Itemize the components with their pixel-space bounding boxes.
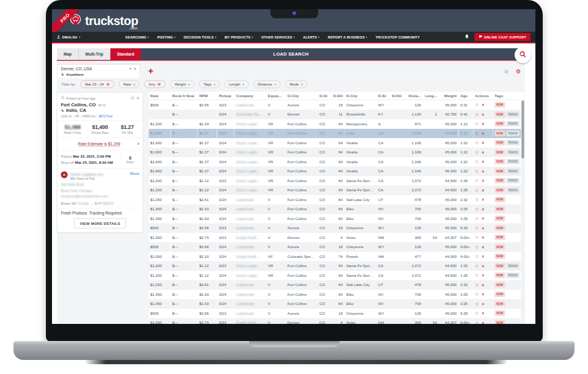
column-header-rpm[interactable]: RPM: [198, 92, 217, 100]
nav-item-decision-tools[interactable]: DECISION TOOLS▾: [184, 35, 216, 39]
favorite-star-icon[interactable]: ☆: [475, 263, 478, 268]
favorite-star-icon[interactable]: ☆: [475, 301, 478, 306]
tab-multi-trip[interactable]: Multi-Trip: [79, 48, 111, 60]
nav-item-report-a-business[interactable]: REPORT A BUSINESS▾: [328, 35, 367, 39]
column-header-dist[interactable]: Dista...: [403, 92, 423, 100]
favorite-star-icon[interactable]: ☆: [475, 254, 478, 258]
nav-item-searching[interactable]: SEARCHING▾: [125, 35, 149, 39]
tag-now[interactable]: NOW: [494, 197, 505, 202]
tab-map[interactable]: Map: [57, 48, 79, 60]
column-header-odh[interactable]: O-DH: [331, 92, 344, 100]
remove-load-icon[interactable]: ×: [482, 235, 485, 240]
vertical-scrollbar[interactable]: [521, 100, 525, 324]
remove-load-icon[interactable]: ×: [482, 301, 485, 306]
filter-pill-mode[interactable]: Mode▾: [285, 81, 307, 89]
favorite-star-icon[interactable]: ☆: [475, 273, 478, 277]
tag-now[interactable]: NOW: [494, 263, 505, 269]
search-button[interactable]: [515, 47, 531, 64]
tag-now[interactable]: NOW: [494, 216, 505, 221]
filter-pill-mar-23-24[interactable]: Mar 23 - 24⊗: [81, 81, 114, 89]
filter-pill-any[interactable]: Any⊗: [144, 81, 166, 89]
remove-load-icon[interactable]: ×: [482, 112, 485, 117]
load-row[interactable]: $1,350$—$1.933/24LoadsmartVFort CollinsC…: [149, 299, 521, 309]
remove-load-icon[interactable]: ×: [482, 169, 485, 174]
favorite-star-icon[interactable]: ☆: [475, 235, 478, 240]
favorite-star-icon[interactable]: ☆: [475, 216, 478, 221]
tag-track[interactable]: TRACK: [506, 112, 519, 117]
tag-now[interactable]: NOW: [494, 254, 505, 259]
remove-load-icon[interactable]: ×: [482, 226, 485, 230]
load-row[interactable]: $500$—$3.963/23LoadsmartVAuroraCO18Cheye…: [149, 223, 521, 233]
remove-load-icon[interactable]: ×: [482, 188, 485, 193]
remove-load-icon[interactable]: ×: [482, 273, 485, 278]
column-header-ddh[interactable]: D-DH: [390, 92, 403, 100]
remove-load-icon[interactable]: ×: [482, 131, 485, 136]
load-row[interactable]: $1,200$—$1.123/24Circle Logist...VRFort …: [149, 185, 521, 195]
remove-load-icon[interactable]: ×: [482, 216, 485, 221]
column-header-dcity[interactable]: D-City: [344, 92, 376, 100]
favorite-star-icon[interactable]: ☆: [475, 121, 478, 126]
favorite-star-icon[interactable]: ☆: [475, 292, 478, 296]
column-header-rate[interactable]: Rate: [149, 92, 171, 100]
load-row[interactable]: $1,200$—$1.123/24Circle Logist...VRFort …: [149, 271, 521, 280]
filter-pill-weight[interactable]: Weight▾: [170, 81, 195, 89]
load-row[interactable]: $1,600$—$1.373/24Circle Logist...VRFort …: [149, 157, 521, 167]
load-row[interactable]: $1,200$—$1.123/23Circle Logist...VRFort …: [149, 176, 521, 186]
favorite-star-icon[interactable]: ☆: [475, 112, 478, 117]
column-header-actions[interactable]: Actions: [473, 92, 493, 100]
favorite-star-icon[interactable]: ☆: [475, 207, 478, 211]
tag-track[interactable]: TRACK: [506, 150, 519, 155]
vertical-scrollbar-thumb[interactable]: [522, 101, 524, 159]
favorite-star-icon[interactable]: ☆: [475, 102, 478, 107]
load-row[interactable]: $1,350$—$1.933/24LoadsmartVFort CollinsC…: [149, 204, 521, 214]
gear-icon[interactable]: ⚙: [516, 68, 521, 75]
nav-item-truckstop-community[interactable]: TRUCKSTOP COMMUNITY: [376, 35, 420, 39]
column-header-company[interactable]: Company: [234, 92, 266, 100]
tag-track[interactable]: TRACK: [506, 188, 519, 193]
column-header-pickup[interactable]: Pickup: [217, 92, 234, 100]
load-row[interactable]: $1,400$—$1.273/23Circle Logist...VRFort …: [149, 128, 521, 138]
filter-pill-tags[interactable]: Tags▾: [199, 81, 220, 89]
tag-track[interactable]: TRACK: [506, 263, 519, 269]
favorite-star-icon[interactable]: ☆: [475, 320, 478, 324]
column-header-ocity[interactable]: O-City: [286, 92, 318, 100]
tag-now[interactable]: NOW: [494, 178, 505, 183]
load-row[interactable]: $1,200$—$1.123/23Circle Logist...VRFort …: [149, 261, 521, 271]
favorite-star-icon[interactable]: ☆: [475, 159, 478, 164]
column-header-ost[interactable]: O-St: [318, 92, 331, 100]
column-header-book[interactable]: Book It Now: [171, 92, 198, 100]
remove-load-icon[interactable]: ×: [482, 292, 485, 297]
tab-standard[interactable]: Standard: [110, 48, 141, 60]
tag-now[interactable]: NOW: [494, 102, 505, 108]
load-row[interactable]: $500$—$3.963/23LoadsmartVAuroraCO18Cheye…: [149, 100, 521, 110]
tag-track[interactable]: TRACK: [506, 273, 519, 278]
nav-item-my-products[interactable]: MY PRODUCTS▾: [225, 35, 253, 39]
favorite-star-icon[interactable]: ☆: [475, 282, 478, 287]
load-row[interactable]: $1,350$—$1.933/24LoadsmartVFort CollinsC…: [149, 290, 521, 299]
tag-now[interactable]: NOW: [494, 292, 505, 297]
load-row[interactable]: $1,350$—$1.933/24LoadsmartVFort CollinsC…: [149, 214, 521, 224]
filter-pill-distance[interactable]: Distance▾: [253, 81, 281, 89]
remove-load-icon[interactable]: ×: [482, 103, 485, 108]
clear-filter-icon[interactable]: ⊗: [106, 82, 110, 87]
filter-pill-length[interactable]: Length▾: [225, 81, 249, 89]
load-row[interactable]: $1,000$—$2.743/23Knight-Swift...VDenverC…: [149, 233, 521, 243]
tag-now[interactable]: NOW: [494, 226, 505, 231]
nav-item-posting[interactable]: POSTING▾: [157, 35, 176, 39]
remove-load-icon[interactable]: ×: [482, 160, 485, 164]
remove-load-icon[interactable]: ×: [482, 178, 485, 183]
load-row[interactable]: $1,600$—$1.373/24Circle Logist...VRFort …: [149, 166, 521, 176]
remove-load-icon[interactable]: ×: [482, 141, 485, 145]
tag-now[interactable]: NOW: [494, 273, 505, 278]
load-row[interactable]: $1,250$—$2.613/24LoadsmartVFort CollinsC…: [149, 280, 521, 290]
favorite-star-icon[interactable]: ☆: [475, 178, 478, 183]
load-row[interactable]: $1,600$—$1.373/24Circle Logist...VRFort …: [149, 147, 521, 157]
favorite-star-icon[interactable]: ☆: [475, 169, 478, 174]
tag-now[interactable]: NOW: [494, 310, 505, 316]
load-row[interactable]: $—3/24Schneider Na...VDenverCO11Russellv…: [149, 109, 521, 119]
remove-load-icon[interactable]: ×: [482, 311, 485, 316]
favorite-star-icon[interactable]: ☆: [475, 150, 478, 155]
column-header-len[interactable]: Leng...: [423, 92, 439, 100]
tag-now[interactable]: NOW: [494, 131, 505, 136]
company-phone[interactable]: 260-918-9518: [61, 182, 140, 188]
